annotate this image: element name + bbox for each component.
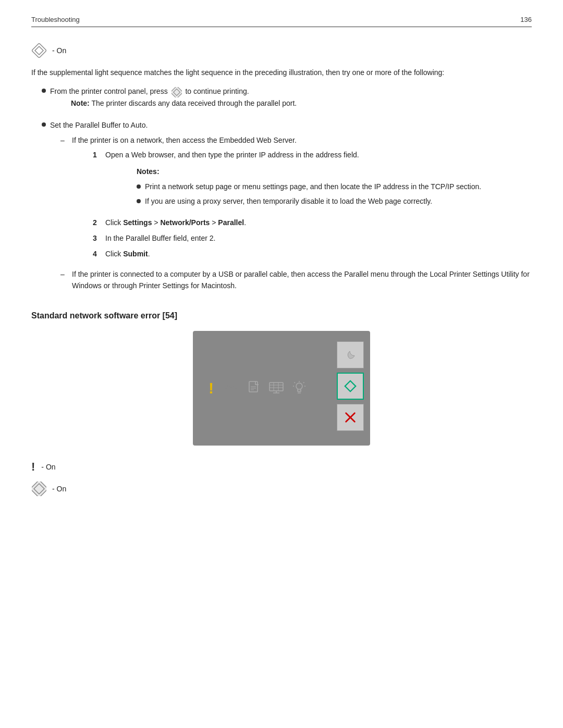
notes-bullet-dot-2 — [137, 199, 141, 203]
step-num-3: 3 — [93, 232, 101, 244]
step-num-2: 2 — [93, 217, 101, 228]
step-num-4: 4 — [93, 248, 101, 260]
step-num-1: 1 — [93, 149, 101, 161]
header-title: Troubleshooting — [31, 16, 80, 23]
bullet1-text-before: From the printer control panel, press — [50, 87, 170, 95]
panel-go-button — [337, 373, 364, 400]
svg-line-21 — [303, 382, 304, 383]
notes-bullets: Print a network setup page or menu setti… — [137, 181, 481, 207]
diamond-on-label-bottom: - On — [52, 485, 66, 493]
panel-buttons — [337, 341, 364, 431]
bullet-item-2: Set the Parallel Buffer to Auto. – If th… — [31, 119, 532, 295]
top-indicator-label: - On — [52, 46, 66, 55]
svg-point-4 — [224, 386, 227, 389]
diamond-on-icon — [31, 43, 47, 58]
svg-point-17 — [296, 383, 302, 389]
panel-lightbulb-icon — [293, 381, 305, 396]
step-4-content: Click Submit. — [105, 248, 150, 260]
panel-moon-button — [337, 341, 364, 368]
panel-exclamation-icon: ! — [209, 379, 214, 397]
note-text-content: The printer discards any data received t… — [91, 99, 297, 107]
step-4-bold-1: Submit — [123, 250, 148, 258]
notes-bullet-dot-1 — [137, 184, 141, 189]
sub-item-1-text: If the printer is on a network, then acc… — [72, 136, 297, 144]
sub-item-1-content: If the printer is on a network, then acc… — [72, 134, 481, 264]
step-4-text-2: . — [148, 250, 150, 258]
section-heading: Standard network software error [54] — [31, 311, 532, 320]
bullet1-text-after: to continue printing. — [185, 87, 249, 95]
bottom-indicators: ! - On - On — [31, 461, 532, 497]
step-4-text-1: Click — [105, 250, 123, 258]
step-4: 4 Click Submit. — [93, 248, 481, 260]
bullet2-text: Set the Parallel Buffer to Auto. — [50, 121, 148, 129]
step-2-text-3: > — [210, 218, 218, 227]
step-2-bold-3: Parallel — [218, 218, 244, 227]
panel-cancel-button — [337, 404, 364, 431]
inline-diamond-icon — [172, 87, 182, 97]
printer-panel: ! — [193, 331, 370, 446]
step-1-text: Open a Web browser, and then type the pr… — [105, 151, 359, 159]
dash-2: – — [60, 268, 67, 280]
notes-bullet-2: If you are using a proxy server, then te… — [137, 195, 481, 207]
svg-marker-1 — [35, 46, 43, 55]
panel-network-icon — [223, 381, 239, 396]
exclamation-on-icon: ! — [31, 461, 35, 473]
bullet-content-2: Set the Parallel Buffer to Auto. – If th… — [50, 119, 532, 295]
step-1-content: Open a Web browser, and then type the pr… — [105, 149, 481, 213]
step-1: 1 Open a Web browser, and then type the … — [93, 149, 481, 213]
step-2-text-2: > — [152, 218, 160, 227]
sub-item-2: – If the printer is connected to a compu… — [60, 268, 532, 292]
intro-paragraph: If the supplemental light sequence match… — [31, 67, 532, 78]
dash-1: – — [60, 134, 67, 146]
step-2-text-1: Click — [105, 218, 123, 227]
notes-bullet-1: Print a network setup page or menu setti… — [137, 181, 481, 192]
sub-list: – If the printer is on a network, then a… — [60, 134, 532, 292]
bullet-dot-1 — [42, 89, 46, 93]
note-label: Note: — [71, 99, 90, 107]
step-2: 2 Click Settings > Network/Ports > Paral… — [93, 217, 481, 228]
notes-bullet-2-text: If you are using a proxy server, then te… — [145, 195, 432, 207]
panel-page-icon — [248, 381, 260, 396]
bullet-dot-2 — [42, 122, 46, 127]
svg-line-20 — [295, 382, 296, 383]
bullet-item-1: From the printer control panel, press to… — [31, 85, 532, 114]
exclamation-indicator-row: ! - On — [31, 461, 532, 473]
step-2-content: Click Settings > Network/Ports > Paralle… — [105, 217, 246, 228]
step-2-bold-1: Settings — [123, 218, 152, 227]
diamond-indicator-row: - On — [31, 481, 532, 497]
svg-point-5 — [235, 386, 238, 389]
notes-block: Notes: Print a network setup page or men… — [137, 166, 481, 207]
exclamation-on-label: - On — [41, 463, 55, 471]
svg-rect-10 — [270, 382, 283, 391]
page-header: Troubleshooting 136 — [31, 16, 532, 27]
step-3: 3 In the Parallel Buffer field, enter 2. — [93, 232, 481, 244]
svg-marker-24 — [345, 381, 356, 391]
numbered-list: 1 Open a Web browser, and then type the … — [93, 149, 481, 260]
printer-panel-container: ! — [31, 331, 532, 446]
svg-rect-0 — [32, 43, 46, 58]
top-indicator: - On — [31, 43, 532, 58]
header-page-number: 136 — [520, 16, 532, 23]
bullet-content-1: From the printer control panel, press to… — [50, 85, 532, 114]
main-bullet-list: From the printer control panel, press to… — [31, 85, 532, 295]
sub-item-2-text: If the printer is connected to a compute… — [72, 268, 532, 292]
notes-bullet-1-text: Print a network setup page or menu setti… — [145, 181, 481, 192]
panel-icons-row: ! — [209, 379, 305, 397]
panel-network2-icon — [269, 382, 284, 395]
step-2-text-4: . — [244, 218, 246, 227]
sub-item-1: – If the printer is on a network, then a… — [60, 134, 532, 264]
diamond-on-icon-bottom — [31, 481, 47, 497]
notes-title: Notes: — [137, 166, 481, 177]
step-3-text: In the Parallel Buffer field, enter 2. — [105, 232, 215, 244]
bullet1-note: Note: The printer discards any data rece… — [71, 97, 532, 109]
step-2-bold-2: Network/Ports — [160, 218, 210, 227]
